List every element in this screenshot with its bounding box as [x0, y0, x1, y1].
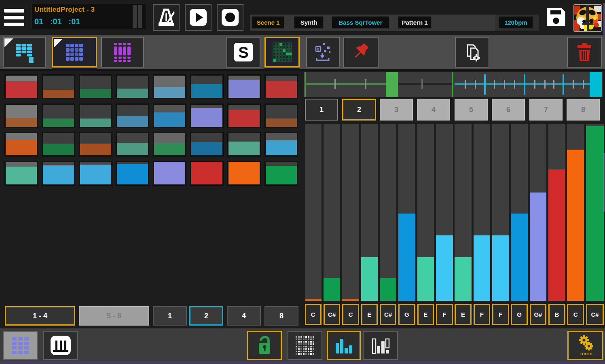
svg-text:8: 8	[317, 47, 319, 51]
svg-text:S: S	[238, 44, 248, 61]
svg-text:TOOLS: TOOLS	[580, 352, 592, 356]
